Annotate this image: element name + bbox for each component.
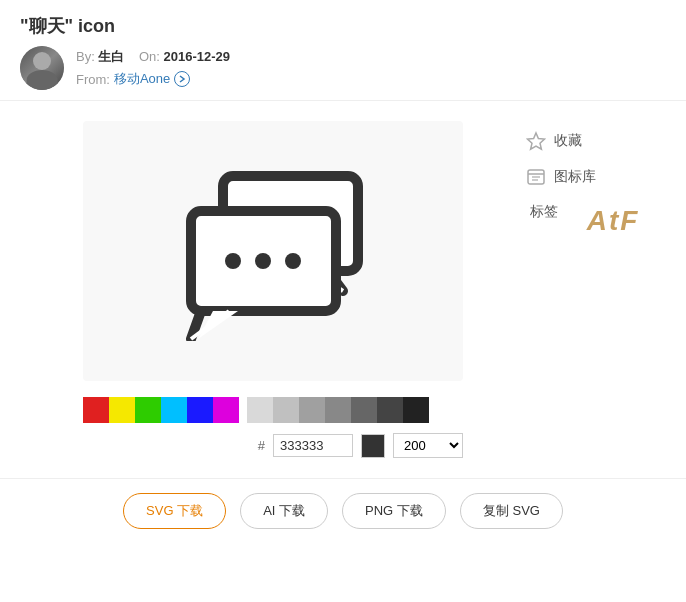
download-area: SVG 下载 AI 下载 PNG 下载 复制 SVG — [0, 478, 686, 543]
grey-swatch-0[interactable] — [247, 397, 273, 423]
svg-point-10 — [285, 253, 301, 269]
library-label: 图标库 — [554, 168, 596, 186]
author-name: 生白 — [98, 49, 124, 64]
color-swatch-yellow[interactable] — [109, 397, 135, 423]
copy-svg-button[interactable]: 复制 SVG — [460, 493, 563, 529]
svg-download-button[interactable]: SVG 下载 — [123, 493, 226, 529]
grey-swatch-5[interactable] — [377, 397, 403, 423]
page-title: "聊天" icon — [20, 14, 666, 38]
by-label: By: — [76, 49, 95, 64]
color-preview[interactable] — [361, 434, 385, 458]
collect-label: 收藏 — [554, 132, 582, 150]
main-content: # 100 150 200 300 400 收 — [0, 101, 686, 468]
collect-item[interactable]: 收藏 — [526, 131, 666, 151]
meta-info: By: 生白 On: 2016-12-29 From: 移动Aone — [76, 48, 230, 88]
from-label: From: — [76, 72, 110, 87]
svg-point-9 — [255, 253, 271, 269]
color-swatches — [83, 397, 239, 423]
source-info: From: 移动Aone — [76, 70, 230, 88]
ai-download-button[interactable]: AI 下载 — [240, 493, 328, 529]
color-swatch-blue[interactable] — [187, 397, 213, 423]
grey-swatch-1[interactable] — [273, 397, 299, 423]
header: "聊天" icon By: 生白 On: 2016-12-29 From: 移动… — [0, 0, 686, 101]
date-value: 2016-12-29 — [163, 49, 230, 64]
main-container: "聊天" icon By: 生白 On: 2016-12-29 From: 移动… — [0, 0, 686, 602]
sidebar: 收藏 图标库 标签 — [526, 111, 666, 458]
png-download-button[interactable]: PNG 下载 — [342, 493, 446, 529]
color-swatch-magenta[interactable] — [213, 397, 239, 423]
star-icon — [526, 131, 546, 151]
library-icon — [526, 167, 546, 187]
icon-display — [83, 121, 463, 381]
source-arrow-icon[interactable] — [174, 71, 190, 87]
grey-swatch-2[interactable] — [299, 397, 325, 423]
avatar-image — [20, 46, 64, 90]
grey-swatch-3[interactable] — [325, 397, 351, 423]
grey-swatch-6[interactable] — [403, 397, 429, 423]
svg-point-8 — [225, 253, 241, 269]
hash-label: # — [258, 438, 265, 453]
library-item[interactable]: 图标库 — [526, 167, 666, 187]
author-info: By: 生白 On: 2016-12-29 — [76, 48, 230, 66]
grey-swatches — [247, 397, 429, 423]
watermark: AtF — [540, 190, 686, 252]
color-input[interactable] — [273, 434, 353, 457]
icon-area: # 100 150 200 300 400 — [20, 111, 526, 458]
watermark-text: AtF — [587, 205, 640, 237]
color-palette — [83, 397, 463, 423]
controls-row: # 100 150 200 300 400 — [83, 433, 463, 458]
chat-svg-icon — [173, 161, 373, 341]
color-swatch-cyan[interactable] — [161, 397, 187, 423]
size-select[interactable]: 100 150 200 300 400 — [393, 433, 463, 458]
color-swatch-red[interactable] — [83, 397, 109, 423]
source-link[interactable]: 移动Aone — [114, 70, 170, 88]
on-label: On: — [139, 49, 160, 64]
svg-marker-11 — [528, 133, 545, 149]
avatar — [20, 46, 64, 90]
color-swatch-green[interactable] — [135, 397, 161, 423]
grey-swatch-4[interactable] — [351, 397, 377, 423]
meta-row: By: 生白 On: 2016-12-29 From: 移动Aone — [20, 46, 666, 90]
